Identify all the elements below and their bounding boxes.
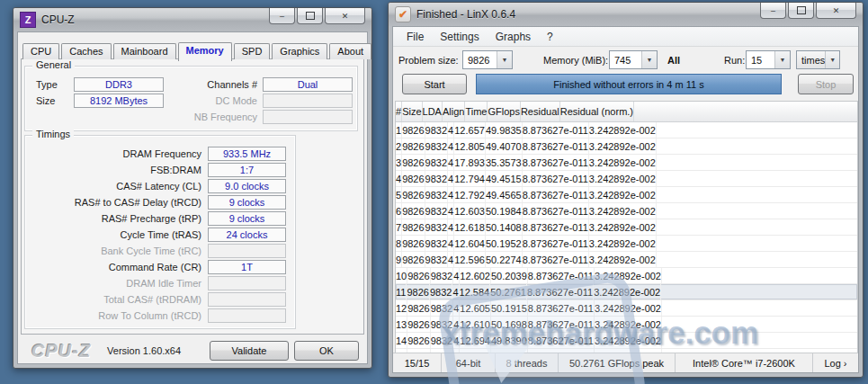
cpuz-tabstrip: CPU Caches Mainboard Memory SPD Graphics… [22, 41, 373, 59]
cell-run-number: 4 [396, 171, 402, 186]
field-label: Row To Column (tRCD) [29, 310, 208, 321]
cpuz-tab[interactable]: Memory [178, 42, 232, 61]
table-row[interactable]: 13 9826 9832 4 12.610 50.1698 8.873627e-… [396, 317, 857, 333]
table-row[interactable]: 7 9826 9832 4 12.618 50.1408 8.873627e-0… [396, 219, 857, 236]
chevron-down-icon[interactable]: ▼ [497, 51, 512, 68]
chevron-down-icon[interactable]: ▼ [774, 51, 790, 68]
cell-time: 12.657 [454, 122, 486, 138]
cpuz-close-button[interactable]: ✕ [325, 8, 365, 24]
column-header[interactable]: LDA [423, 102, 443, 121]
cpuz-titlebar[interactable]: Z CPU-Z – ✕ [13, 8, 371, 31]
chevron-down-icon[interactable]: ▼ [825, 51, 839, 68]
run-count-combo[interactable]: 15 ▼ [746, 50, 791, 69]
table-row[interactable]: 1 9826 9832 4 12.657 49.9835 8.873627e-0… [396, 122, 857, 138]
table-row[interactable]: 3 9826 9832 4 17.893 35.3573 8.873627e-0… [396, 155, 857, 171]
field-label: FSB:DRAM [29, 165, 208, 175]
problem-size-combo[interactable]: 9826 ▼ [462, 50, 513, 69]
cell-align: 4 [448, 219, 454, 235]
cell-filler [657, 203, 857, 219]
cell-run-number: 14 [396, 333, 407, 348]
menu-item[interactable]: Graphs [488, 29, 539, 45]
memory-combo[interactable]: 745 ▼ [609, 50, 658, 69]
cell-filler [657, 252, 857, 267]
start-button[interactable]: Start [402, 74, 467, 94]
field-label: NB Frequency [158, 112, 263, 122]
table-row[interactable]: 6 9826 9832 4 12.603 50.1984 8.873627e-0… [396, 203, 857, 219]
cell-residual: 8.873627e-011 [523, 203, 589, 219]
table-header-row: # Size LDA Align Time GFlops Residual R [396, 102, 857, 122]
cell-gflops: 49.4515 [486, 171, 523, 186]
table-row[interactable]: 9 9826 9832 4 12.596 50.2274 8.873627e-0… [396, 252, 857, 268]
cpuz-tab[interactable]: About [329, 43, 371, 59]
linx-maximize-button[interactable] [788, 3, 814, 19]
cell-filler [657, 187, 857, 202]
cell-lda: 9832 [431, 317, 453, 332]
menu-item[interactable]: Settings [432, 29, 487, 45]
cell-align: 4 [448, 187, 454, 202]
table-row[interactable]: 2 9826 9832 4 12.805 49.4070 8.873627e-0… [396, 138, 857, 155]
run-label: Run: [724, 55, 745, 66]
linx-app-icon: ✔ [395, 6, 411, 22]
status-log-link[interactable]: Log › [813, 353, 858, 372]
cell-residual: 8.873627e-011 [528, 333, 595, 348]
cell-gflops: 50.2761 [490, 284, 527, 299]
stop-button[interactable]: Stop [798, 74, 854, 94]
cpuz-client-area: CPU Caches Mainboard Memory SPD Graphics… [17, 31, 368, 364]
field-value [208, 292, 286, 307]
cell-residual-norm: 3.242892e-002 [589, 187, 657, 202]
field-label: Type [36, 79, 74, 90]
table-row[interactable]: 11 9826 9832 4 12.584 50.2761 8.873627e-… [396, 284, 857, 300]
cpuz-tab[interactable]: SPD [234, 43, 271, 59]
cell-time: 12.603 [454, 203, 486, 219]
table-row[interactable]: 4 9826 9832 4 12.794 49.4515 8.873627e-0… [396, 171, 857, 187]
cell-residual: 8.873627e-011 [523, 155, 589, 170]
column-header[interactable]: Time [465, 102, 488, 121]
cpuz-tab[interactable]: Graphics [272, 43, 327, 59]
cell-residual-norm: 3.242892e-002 [595, 268, 662, 283]
column-header[interactable]: GFlops [488, 102, 520, 121]
cpuz-tab[interactable]: Caches [61, 43, 111, 59]
linx-window: ✔ Finished - LinX 0.6.4 – ✕ File Setting… [388, 2, 864, 378]
column-header[interactable]: Align [443, 102, 465, 121]
cell-gflops: 49.8390 [491, 333, 528, 348]
column-header[interactable]: Size [402, 102, 422, 121]
ok-button[interactable]: OK [294, 341, 359, 361]
cell-residual: 8.873627e-011 [523, 236, 589, 251]
column-header[interactable]: Residual (norm.) [560, 102, 634, 121]
status-cpu-name: Intel® Core™ i7-2600K [676, 353, 813, 372]
cell-time: 17.893 [454, 155, 486, 170]
table-row[interactable]: 14 9826 9832 4 12.694 49.8390 8.873627e-… [396, 333, 857, 349]
cpuz-version-text: Version 1.60.x64 [107, 345, 181, 356]
cell-size: 9826 [407, 333, 430, 348]
table-row[interactable]: 8 9826 9832 4 12.604 50.1952 8.873627e-0… [396, 236, 857, 252]
cpuz-minimize-button[interactable]: – [269, 8, 295, 24]
cell-run-number: 9 [396, 252, 402, 267]
field-value: Dual [263, 77, 353, 92]
cell-size: 9826 [402, 252, 425, 267]
cell-lda: 9832 [425, 171, 448, 186]
column-header[interactable]: # [396, 102, 402, 121]
cpuz-memory-tabpage: General Type DDR3 Size 8192 MBytes [21, 58, 364, 335]
field-value: 933.5 MHz [208, 147, 286, 161]
cell-size: 9826 [402, 155, 425, 170]
cpuz-tab[interactable]: Mainboard [113, 43, 176, 59]
linx-close-button[interactable]: ✕ [816, 3, 856, 19]
table-row[interactable]: 5 9826 9832 4 12.792 49.4565 8.873627e-0… [396, 187, 857, 203]
memory-label: Memory (MiB): [543, 55, 608, 66]
cell-residual-norm: 3.242892e-002 [589, 122, 657, 138]
table-row[interactable]: 10 9826 9832 4 12.602 50.2039 8.873627e-… [396, 268, 857, 284]
column-header[interactable]: Residual [521, 102, 560, 121]
linx-minimize-button[interactable]: – [760, 3, 786, 19]
table-row[interactable]: 12 9826 9832 4 12.605 50.1915 8.873627e-… [396, 300, 857, 317]
chevron-down-icon[interactable]: ▼ [641, 51, 657, 68]
maximize-icon [797, 6, 806, 14]
menu-item[interactable]: ? [539, 29, 561, 45]
linx-titlebar[interactable]: ✔ Finished - LinX 0.6.4 – ✕ [389, 3, 863, 26]
memory-field-row: DC Mode [158, 94, 353, 108]
menu-item[interactable]: File [398, 29, 432, 45]
cell-filler [657, 122, 857, 138]
validate-button[interactable]: Validate [210, 341, 289, 361]
cpuz-maximize-button[interactable] [297, 8, 323, 24]
run-unit-combo[interactable]: times ▼ [796, 50, 840, 69]
cpuz-tab[interactable]: CPU [22, 43, 59, 59]
